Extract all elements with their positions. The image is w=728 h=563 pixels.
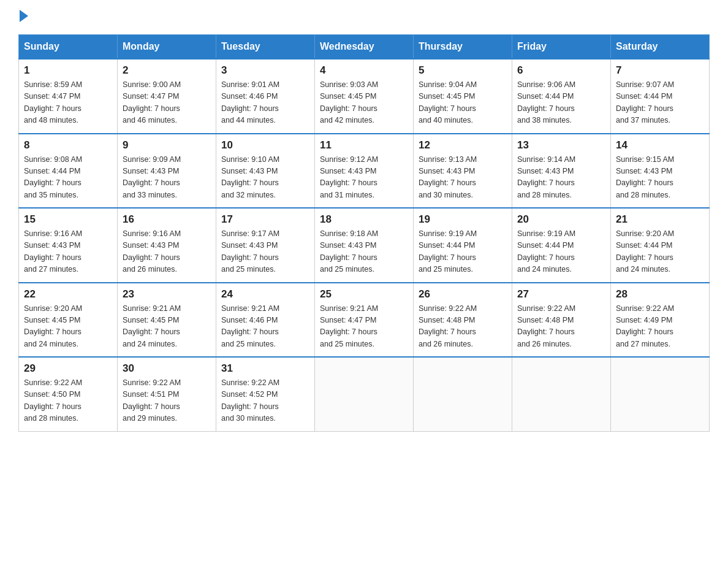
- calendar-cell: 30 Sunrise: 9:22 AM Sunset: 4:51 PM Dayl…: [118, 357, 216, 431]
- day-info: Sunrise: 9:22 AM Sunset: 4:49 PM Dayligh…: [616, 303, 704, 351]
- page-header: [18, 12, 710, 22]
- calendar-cell: 22 Sunrise: 9:20 AM Sunset: 4:45 PM Dayl…: [19, 283, 118, 358]
- day-number: 29: [24, 362, 112, 375]
- day-info: Sunrise: 9:12 AM Sunset: 4:43 PM Dayligh…: [320, 154, 408, 202]
- calendar-cell: 2 Sunrise: 9:00 AM Sunset: 4:47 PM Dayli…: [118, 59, 216, 134]
- week-row-3: 15 Sunrise: 9:16 AM Sunset: 4:43 PM Dayl…: [19, 208, 710, 283]
- calendar-cell: 27 Sunrise: 9:22 AM Sunset: 4:48 PM Dayl…: [512, 283, 611, 358]
- calendar-cell: 17 Sunrise: 9:17 AM Sunset: 4:43 PM Dayl…: [216, 208, 315, 283]
- day-info: Sunrise: 9:00 AM Sunset: 4:47 PM Dayligh…: [123, 79, 211, 127]
- calendar-cell: 26 Sunrise: 9:22 AM Sunset: 4:48 PM Dayl…: [414, 283, 512, 358]
- calendar-cell: 31 Sunrise: 9:22 AM Sunset: 4:52 PM Dayl…: [216, 357, 315, 431]
- day-number: 4: [320, 64, 408, 77]
- day-info: Sunrise: 9:14 AM Sunset: 4:43 PM Dayligh…: [517, 154, 605, 202]
- day-info: Sunrise: 9:22 AM Sunset: 4:52 PM Dayligh…: [221, 377, 309, 425]
- day-info: Sunrise: 9:08 AM Sunset: 4:44 PM Dayligh…: [24, 154, 112, 202]
- calendar-cell: [315, 357, 414, 431]
- calendar-cell: 18 Sunrise: 9:18 AM Sunset: 4:43 PM Dayl…: [315, 208, 414, 283]
- day-info: Sunrise: 9:20 AM Sunset: 4:44 PM Dayligh…: [616, 228, 704, 276]
- calendar-cell: 11 Sunrise: 9:12 AM Sunset: 4:43 PM Dayl…: [315, 134, 414, 209]
- weekday-header-friday: Friday: [512, 35, 611, 59]
- day-number: 27: [517, 288, 605, 301]
- calendar-cell: 28 Sunrise: 9:22 AM Sunset: 4:49 PM Dayl…: [611, 283, 710, 358]
- day-number: 22: [24, 288, 112, 301]
- weekday-header-sunday: Sunday: [19, 35, 118, 59]
- calendar-cell: 7 Sunrise: 9:07 AM Sunset: 4:44 PM Dayli…: [611, 59, 710, 134]
- calendar-cell: 15 Sunrise: 9:16 AM Sunset: 4:43 PM Dayl…: [19, 208, 118, 283]
- day-info: Sunrise: 9:21 AM Sunset: 4:47 PM Dayligh…: [320, 303, 408, 351]
- day-number: 13: [517, 139, 605, 151]
- day-number: 2: [123, 64, 211, 77]
- weekday-header-wednesday: Wednesday: [315, 35, 414, 59]
- day-info: Sunrise: 8:59 AM Sunset: 4:47 PM Dayligh…: [24, 79, 112, 127]
- day-number: 18: [320, 213, 408, 226]
- day-info: Sunrise: 9:22 AM Sunset: 4:51 PM Dayligh…: [123, 377, 211, 425]
- day-number: 21: [616, 213, 704, 226]
- day-info: Sunrise: 9:19 AM Sunset: 4:44 PM Dayligh…: [517, 228, 605, 276]
- day-number: 24: [221, 288, 309, 301]
- day-number: 28: [616, 288, 704, 301]
- calendar-cell: 29 Sunrise: 9:22 AM Sunset: 4:50 PM Dayl…: [19, 357, 118, 431]
- day-number: 12: [419, 139, 507, 151]
- week-row-2: 8 Sunrise: 9:08 AM Sunset: 4:44 PM Dayli…: [19, 134, 710, 209]
- calendar-cell: 14 Sunrise: 9:15 AM Sunset: 4:43 PM Dayl…: [611, 134, 710, 209]
- calendar-cell: 25 Sunrise: 9:21 AM Sunset: 4:47 PM Dayl…: [315, 283, 414, 358]
- day-number: 1: [24, 64, 112, 77]
- day-number: 20: [517, 213, 605, 226]
- day-number: 17: [221, 213, 309, 226]
- day-info: Sunrise: 9:03 AM Sunset: 4:45 PM Dayligh…: [320, 79, 408, 127]
- day-info: Sunrise: 9:04 AM Sunset: 4:45 PM Dayligh…: [419, 79, 507, 127]
- calendar-cell: 1 Sunrise: 8:59 AM Sunset: 4:47 PM Dayli…: [19, 59, 118, 134]
- day-number: 30: [123, 362, 211, 375]
- weekday-header-row: SundayMondayTuesdayWednesdayThursdayFrid…: [19, 35, 710, 59]
- day-number: 31: [221, 362, 309, 375]
- day-info: Sunrise: 9:10 AM Sunset: 4:43 PM Dayligh…: [221, 154, 309, 202]
- day-number: 15: [24, 213, 112, 226]
- calendar-cell: 12 Sunrise: 9:13 AM Sunset: 4:43 PM Dayl…: [414, 134, 512, 209]
- calendar-cell: 24 Sunrise: 9:21 AM Sunset: 4:46 PM Dayl…: [216, 283, 315, 358]
- day-info: Sunrise: 9:16 AM Sunset: 4:43 PM Dayligh…: [123, 228, 211, 276]
- week-row-4: 22 Sunrise: 9:20 AM Sunset: 4:45 PM Dayl…: [19, 283, 710, 358]
- day-info: Sunrise: 9:21 AM Sunset: 4:46 PM Dayligh…: [221, 303, 309, 351]
- day-info: Sunrise: 9:20 AM Sunset: 4:45 PM Dayligh…: [24, 303, 112, 351]
- day-info: Sunrise: 9:19 AM Sunset: 4:44 PM Dayligh…: [419, 228, 507, 276]
- day-info: Sunrise: 9:13 AM Sunset: 4:43 PM Dayligh…: [419, 154, 507, 202]
- calendar-cell: 19 Sunrise: 9:19 AM Sunset: 4:44 PM Dayl…: [414, 208, 512, 283]
- calendar-cell: 9 Sunrise: 9:09 AM Sunset: 4:43 PM Dayli…: [118, 134, 216, 209]
- day-info: Sunrise: 9:07 AM Sunset: 4:44 PM Dayligh…: [616, 79, 704, 127]
- calendar-cell: 16 Sunrise: 9:16 AM Sunset: 4:43 PM Dayl…: [118, 208, 216, 283]
- calendar-cell: 23 Sunrise: 9:21 AM Sunset: 4:45 PM Dayl…: [118, 283, 216, 358]
- day-info: Sunrise: 9:09 AM Sunset: 4:43 PM Dayligh…: [123, 154, 211, 202]
- calendar-table: SundayMondayTuesdayWednesdayThursdayFrid…: [18, 34, 710, 432]
- day-info: Sunrise: 9:17 AM Sunset: 4:43 PM Dayligh…: [221, 228, 309, 276]
- calendar-cell: 6 Sunrise: 9:06 AM Sunset: 4:44 PM Dayli…: [512, 59, 611, 134]
- day-number: 19: [419, 213, 507, 226]
- calendar-cell: 10 Sunrise: 9:10 AM Sunset: 4:43 PM Dayl…: [216, 134, 315, 209]
- day-info: Sunrise: 9:16 AM Sunset: 4:43 PM Dayligh…: [24, 228, 112, 276]
- calendar-cell: 20 Sunrise: 9:19 AM Sunset: 4:44 PM Dayl…: [512, 208, 611, 283]
- logo: [18, 12, 28, 22]
- day-number: 11: [320, 139, 408, 151]
- calendar-cell: 3 Sunrise: 9:01 AM Sunset: 4:46 PM Dayli…: [216, 59, 315, 134]
- week-row-1: 1 Sunrise: 8:59 AM Sunset: 4:47 PM Dayli…: [19, 59, 710, 134]
- calendar-cell: [512, 357, 611, 431]
- day-info: Sunrise: 9:22 AM Sunset: 4:48 PM Dayligh…: [517, 303, 605, 351]
- weekday-header-monday: Monday: [118, 35, 216, 59]
- day-number: 10: [221, 139, 309, 151]
- day-info: Sunrise: 9:15 AM Sunset: 4:43 PM Dayligh…: [616, 154, 704, 202]
- logo-arrow-icon: [20, 10, 28, 22]
- day-info: Sunrise: 9:01 AM Sunset: 4:46 PM Dayligh…: [221, 79, 309, 127]
- day-number: 8: [24, 139, 112, 151]
- day-number: 25: [320, 288, 408, 301]
- calendar-cell: [414, 357, 512, 431]
- day-number: 23: [123, 288, 211, 301]
- day-number: 5: [419, 64, 507, 77]
- day-number: 6: [517, 64, 605, 77]
- day-number: 26: [419, 288, 507, 301]
- day-number: 7: [616, 64, 704, 77]
- day-info: Sunrise: 9:18 AM Sunset: 4:43 PM Dayligh…: [320, 228, 408, 276]
- weekday-header-tuesday: Tuesday: [216, 35, 315, 59]
- day-number: 9: [123, 139, 211, 151]
- calendar-cell: 21 Sunrise: 9:20 AM Sunset: 4:44 PM Dayl…: [611, 208, 710, 283]
- week-row-5: 29 Sunrise: 9:22 AM Sunset: 4:50 PM Dayl…: [19, 357, 710, 431]
